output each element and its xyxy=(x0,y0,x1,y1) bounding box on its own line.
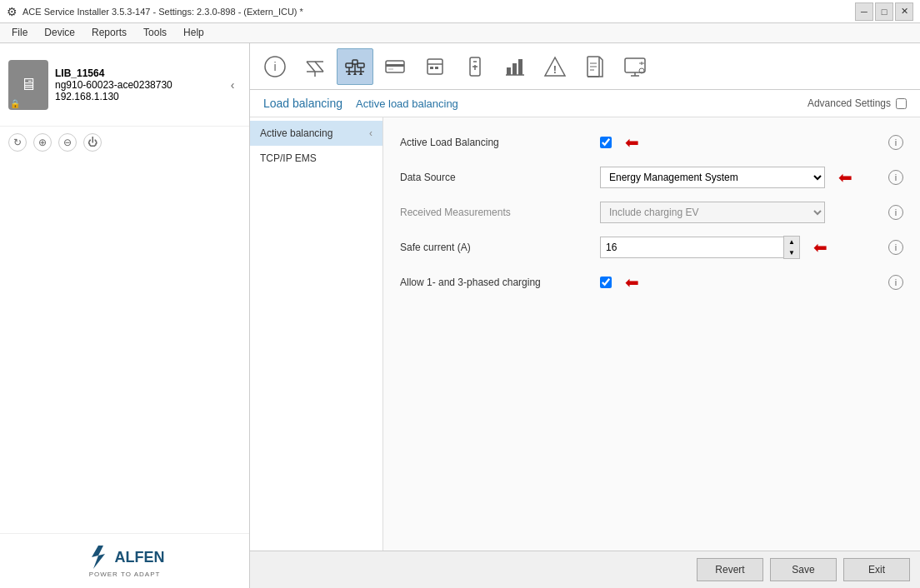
svg-rect-29 xyxy=(507,67,511,75)
refresh-button[interactable]: ↻ xyxy=(8,133,27,152)
menu-tools[interactable]: Tools xyxy=(135,25,175,41)
app-icon: ⚙ xyxy=(7,5,18,18)
active-lb-label: Active Load Balancing xyxy=(400,137,600,148)
toolbar-warning-button[interactable]: ! xyxy=(537,48,573,85)
revert-button[interactable]: Revert xyxy=(697,558,763,581)
data-source-info-icon[interactable]: i xyxy=(888,170,903,185)
received-measurements-info-icon[interactable]: i xyxy=(888,205,903,220)
data-source-select[interactable]: Energy Management System Modbus TCP Loca… xyxy=(600,167,825,188)
svg-line-4 xyxy=(315,62,323,72)
device-model: ng910-60023-ace0238730 xyxy=(55,79,218,91)
active-lb-info-icon[interactable]: i xyxy=(888,135,903,150)
add-button[interactable]: ⊕ xyxy=(33,133,52,152)
lock-icon: 🔒 xyxy=(10,99,20,108)
sub-section-title: Active load balancing xyxy=(356,97,458,110)
cardreader-icon xyxy=(383,55,407,78)
data-source-label: Data Source xyxy=(400,172,600,183)
advanced-settings-area: Advanced Settings xyxy=(808,97,907,109)
data-source-control: Energy Management System Modbus TCP Loca… xyxy=(600,167,882,188)
alfen-logo: ALFEN POWER TO ADAPT xyxy=(0,533,249,588)
menu-reports[interactable]: Reports xyxy=(83,25,135,41)
svg-marker-0 xyxy=(92,546,105,569)
menu-file[interactable]: File xyxy=(3,25,36,41)
power-button[interactable]: ⏻ xyxy=(83,133,102,152)
received-measurements-control: Include charging EV Exclude charging EV xyxy=(600,202,882,223)
safe-current-spin-down[interactable]: ▼ xyxy=(784,247,799,258)
device-text: LIB_11564 ng910-60023-ace0238730 192.168… xyxy=(55,67,218,102)
app-title: ACE Service Installer 3.5.3-147 - Settin… xyxy=(22,7,303,17)
device-info: 🖥 🔒 LIB_11564 ng910-60023-ace0238730 192… xyxy=(0,43,249,127)
subnav-active-balancing-label: Active balancing xyxy=(260,127,332,139)
form-row-active-lb: Active Load Balancing ⬅ i xyxy=(400,131,903,154)
content-area: Active balancing ‹ TCP/IP EMS Active Loa… xyxy=(250,117,920,551)
toolbar-info-button[interactable]: i xyxy=(257,48,293,85)
active-lb-arrow: ⬅ xyxy=(625,132,639,152)
phased-charging-info-icon[interactable]: i xyxy=(888,275,903,290)
svg-rect-21 xyxy=(428,59,442,74)
title-bar: ⚙ ACE Service Installer 3.5.3-147 - Sett… xyxy=(0,0,920,23)
advanced-settings-checkbox[interactable] xyxy=(896,98,907,109)
svg-rect-8 xyxy=(346,63,352,67)
safe-current-input[interactable] xyxy=(600,237,783,258)
menu-help[interactable]: Help xyxy=(175,25,212,41)
exit-button[interactable]: Exit xyxy=(843,558,910,581)
device-icon-box: 🖥 🔒 xyxy=(8,60,48,110)
device-monitor-icon: 🖥 xyxy=(20,75,37,94)
svg-text:!: ! xyxy=(553,63,557,76)
alfen-name: ALFEN xyxy=(115,549,165,566)
subnav-active-balancing[interactable]: Active balancing ‹ xyxy=(250,121,382,146)
close-button[interactable]: ✕ xyxy=(895,2,913,21)
evcharger-icon xyxy=(463,55,487,78)
form-row-received-measurements: Received Measurements Include charging E… xyxy=(400,201,903,224)
phased-charging-control: ⬅ xyxy=(600,272,882,292)
subnav-tcpip-label: TCP/IP EMS xyxy=(260,152,317,164)
toolbar-loadbalance-button[interactable] xyxy=(337,48,373,85)
subnav-tcpip-ems[interactable]: TCP/IP EMS xyxy=(250,146,382,171)
loadbalance-icon xyxy=(343,55,367,78)
toolbar: i xyxy=(250,43,920,90)
toolbar-powerline-button[interactable] xyxy=(297,48,333,85)
safe-current-spin-up[interactable]: ▲ xyxy=(784,237,799,247)
svg-rect-24 xyxy=(435,67,438,69)
form-row-data-source: Data Source Energy Management System Mod… xyxy=(400,166,903,189)
svg-rect-39 xyxy=(625,58,645,72)
form-area: Active Load Balancing ⬅ i Data Source En… xyxy=(383,117,920,551)
safe-current-control: ▲ ▼ ⬅ xyxy=(600,236,882,259)
maximize-button[interactable]: □ xyxy=(875,2,893,21)
info-icon: i xyxy=(263,55,287,78)
collapse-arrow[interactable]: ‹ xyxy=(224,77,241,93)
safe-current-info-icon[interactable]: i xyxy=(888,240,903,255)
phased-charging-checkbox[interactable] xyxy=(600,277,612,288)
active-lb-checkbox[interactable] xyxy=(600,137,612,148)
warning-icon: ! xyxy=(543,55,567,78)
svg-line-3 xyxy=(307,62,315,72)
right-panel: i xyxy=(250,43,920,588)
main-layout: 🖥 🔒 LIB_11564 ng910-60023-ace0238730 192… xyxy=(0,43,920,588)
subnav-active-balancing-arrow: ‹ xyxy=(369,127,372,139)
toolbar-payment-button[interactable] xyxy=(417,48,453,85)
toolbar-cardreader-button[interactable] xyxy=(377,48,413,85)
safe-current-arrow: ⬅ xyxy=(813,237,828,257)
monitor-icon xyxy=(623,55,647,78)
save-button[interactable]: Save xyxy=(770,558,837,581)
received-measurements-select[interactable]: Include charging EV Exclude charging EV xyxy=(600,202,825,223)
toolbar-document-button[interactable] xyxy=(577,48,613,85)
document-icon xyxy=(583,55,607,78)
active-lb-control: ⬅ xyxy=(600,132,882,152)
payment-icon xyxy=(423,55,447,78)
main-section-title: Load balancing xyxy=(263,97,342,110)
safe-current-label: Safe current (A) xyxy=(400,242,600,253)
toolbar-monitor-button[interactable] xyxy=(617,48,653,85)
device-ip: 192.168.1.130 xyxy=(55,91,218,102)
toolbar-evcharger-button[interactable] xyxy=(457,48,493,85)
toolbar-chart-button[interactable] xyxy=(497,48,533,85)
window-controls: ─ □ ✕ xyxy=(855,2,913,21)
menu-device[interactable]: Device xyxy=(36,25,83,41)
minimize-button[interactable]: ─ xyxy=(855,2,873,21)
alfen-logo-icon xyxy=(85,544,112,571)
powerline-icon xyxy=(303,55,327,78)
device-controls: ↻ ⊕ ⊖ ⏻ xyxy=(0,127,249,158)
sub-nav: Active balancing ‹ TCP/IP EMS xyxy=(250,117,383,551)
remove-button[interactable]: ⊖ xyxy=(58,133,77,152)
form-row-safe-current: Safe current (A) ▲ ▼ ⬅ i xyxy=(400,236,903,259)
